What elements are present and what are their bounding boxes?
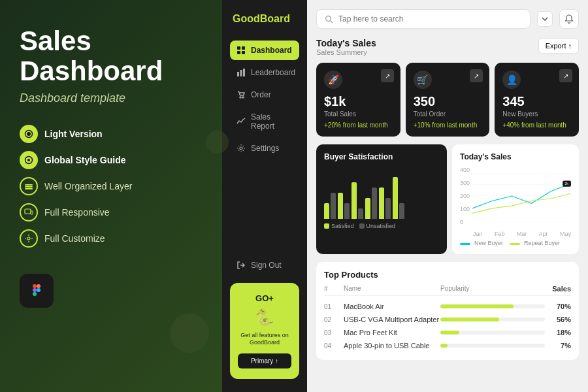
search-chevron[interactable]: [537, 11, 553, 27]
feature-style: Global Style Guide: [20, 151, 203, 169]
svg-point-22: [240, 97, 241, 98]
search-input[interactable]: [338, 14, 522, 24]
svg-rect-16: [242, 46, 245, 50]
svg-rect-18: [242, 51, 245, 54]
main-content: Today's Sales Sales Summery Export ↑ ↗ 🚀…: [307, 0, 588, 392]
arrow-icon-3: ↗: [559, 69, 572, 82]
svg-text:2k: 2k: [564, 182, 568, 186]
arrow-icon: ↗: [381, 69, 394, 82]
new-buyers-value: 345: [502, 94, 571, 109]
total-order-label: Total Order: [414, 110, 482, 118]
svg-rect-8: [31, 211, 33, 214]
table-row: 03 Mac Pro Feet Kit 18%: [324, 326, 571, 339]
line-chart-title: Today's Sales: [460, 152, 571, 161]
svg-point-0: [27, 132, 31, 136]
feature-responsive: Full Responsive: [20, 203, 203, 221]
svg-point-14: [37, 288, 41, 292]
svg-rect-17: [237, 51, 240, 54]
svg-rect-6: [25, 188, 33, 189]
customize-icon: [20, 229, 38, 248]
svg-rect-20: [240, 70, 242, 76]
nav-sales-report[interactable]: Sales Report: [230, 107, 299, 136]
order-icon: 🛒: [414, 71, 432, 89]
promo-badge: GO+: [238, 293, 291, 303]
promo-card: GO+ 🐍 Get all features on GoodBoard Prim…: [230, 283, 299, 379]
buyer-satisfaction-chart: Buyer Satisfaction Satisfied Unsatisfied: [316, 144, 447, 254]
nav-order[interactable]: Order: [230, 85, 299, 105]
search-box[interactable]: [316, 9, 531, 29]
sidebar: GoodBoard Dashboard Leaderboard Order Sa…: [222, 0, 307, 392]
stat-total-sales: ↗ 🚀 $1k Total Sales +20% from last month: [316, 63, 400, 137]
stat-total-order: ↗ 🛒 350 Total Order +10% from last month: [406, 63, 490, 137]
line-chart-legend: New Buyer Repeat Buyer: [460, 240, 571, 246]
svg-rect-4: [25, 184, 33, 186]
feature-style-label: Global Style Guide: [44, 155, 125, 165]
bar-chart: [324, 167, 439, 219]
search-icon: [325, 15, 333, 24]
new-buyers-change: +40% from last month: [502, 122, 571, 129]
total-sales-value: $1k: [324, 94, 393, 109]
products-table: # Name Popularity Sales 01 MacBook Air 7…: [324, 285, 571, 352]
today-sales-line-chart: Today's Sales 4003002001000: [452, 144, 579, 254]
svg-point-9: [27, 237, 30, 240]
top-products-title: Top Products: [324, 270, 571, 280]
total-order-value: 350: [414, 94, 482, 109]
light-version-icon: [20, 125, 38, 143]
col-header-pop: Popularity: [440, 285, 545, 293]
figma-badge: [20, 274, 54, 308]
arrow-icon-2: ↗: [470, 69, 483, 82]
charts-row: Buyer Satisfaction Satisfied Unsatisfied…: [316, 144, 579, 254]
svg-point-3: [27, 159, 30, 161]
table-header: # Name Popularity Sales: [324, 285, 571, 296]
feature-light: Light Version: [20, 125, 203, 143]
x-axis-labels: JanFebMarAprMay: [460, 231, 571, 237]
todays-sales-subtitle: Sales Summery: [316, 48, 376, 56]
svg-rect-10: [33, 284, 37, 288]
feature-responsive-label: Full Responsive: [44, 207, 110, 218]
feature-customize-label: Full Customize: [44, 233, 105, 244]
promo-primary-button[interactable]: Primary ↑: [238, 353, 291, 368]
nav-sign-out[interactable]: Sign Out: [230, 255, 299, 275]
nav-leaderboard[interactable]: Leaderboard: [230, 63, 299, 82]
export-button[interactable]: Export ↑: [538, 38, 579, 54]
total-sales-change: +20% from last month: [324, 122, 393, 129]
col-header-num: #: [324, 285, 344, 293]
stats-row: ↗ 🚀 $1k Total Sales +20% from last month…: [316, 63, 579, 137]
col-header-sales: Sales: [545, 285, 571, 293]
right-container: GoodBoard Dashboard Leaderboard Order Sa…: [222, 0, 588, 392]
table-row: 02 USB-C VGA Multiport Adapter 56%: [324, 313, 571, 326]
new-buyers-label: New Buyers: [502, 110, 571, 118]
todays-sales-title: Today's Sales: [316, 38, 376, 48]
svg-rect-21: [243, 69, 245, 76]
svg-point-23: [242, 97, 244, 98]
rocket-icon: 🚀: [324, 71, 342, 89]
svg-point-25: [326, 16, 331, 21]
stat-new-buyers: ↗ 👤 345 New Buyers +40% from last month: [495, 63, 579, 137]
table-row: 01 MacBook Air 70%: [324, 300, 571, 313]
nav-settings[interactable]: Settings: [230, 139, 299, 158]
col-header-name: Name: [344, 285, 440, 293]
table-row: 04 Apple 30-pin to USB Cable 7%: [324, 339, 571, 352]
svg-line-26: [331, 20, 333, 23]
snake-icon: 🐍: [238, 308, 291, 327]
responsive-icon: [20, 203, 38, 221]
total-sales-label: Total Sales: [324, 110, 393, 118]
feature-light-label: Light Version: [44, 129, 103, 139]
y-axis-labels: 4003002001000: [460, 167, 470, 225]
svg-rect-12: [33, 288, 37, 292]
nav-dashboard[interactable]: Dashboard: [230, 41, 299, 60]
feature-layer-label: Well Organized Layer: [44, 181, 132, 191]
svg-rect-15: [237, 46, 240, 50]
svg-rect-13: [33, 292, 37, 296]
layer-icon: [20, 177, 38, 195]
header-bar: [316, 9, 579, 29]
notification-button[interactable]: [559, 9, 579, 29]
brand-name: GoodBoard: [230, 13, 299, 25]
satisfaction-legend: Satisfied Unsatisfied: [324, 223, 439, 229]
hero-subtitle: Dashboard template: [20, 91, 203, 105]
svg-rect-5: [25, 186, 33, 188]
svg-point-24: [240, 147, 242, 150]
left-panel: Sales Dashboard Dashboard template Light…: [0, 0, 222, 392]
svg-rect-19: [237, 72, 239, 76]
feature-list: Light Version Global Style Guide Well Or…: [20, 125, 203, 248]
